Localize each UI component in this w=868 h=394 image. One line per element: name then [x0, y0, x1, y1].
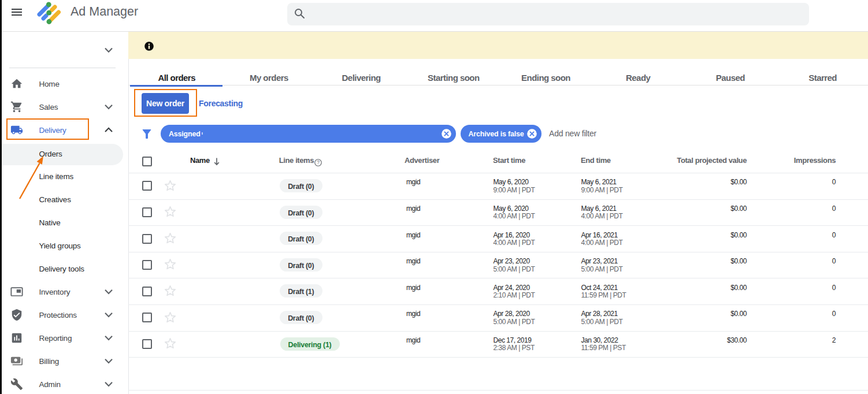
svg-text:?: ?: [317, 159, 320, 165]
